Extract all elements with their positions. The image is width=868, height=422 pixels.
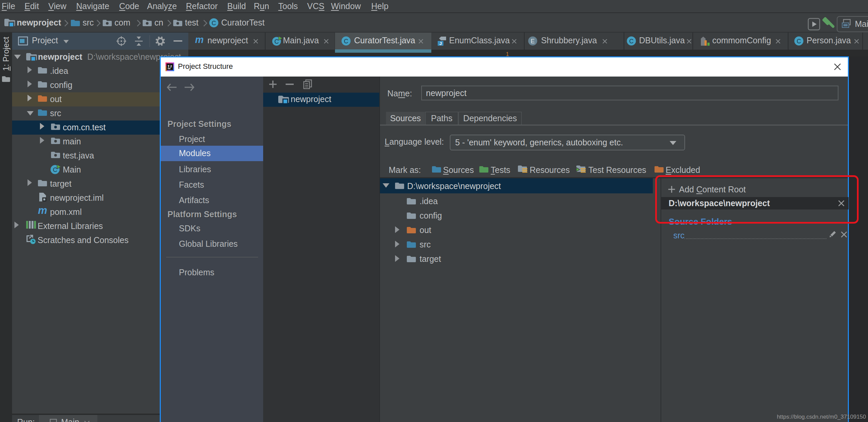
svg-text:C: C	[212, 20, 216, 27]
svg-text:IJ: IJ	[167, 64, 172, 68]
svg-text:C: C	[629, 38, 634, 44]
svg-text:C: C	[53, 167, 57, 173]
svg-text:C: C	[275, 38, 279, 45]
svg-text:C: C	[797, 38, 801, 44]
svg-text:E: E	[531, 38, 535, 44]
svg-text:C: C	[344, 38, 348, 44]
svg-text:J: J	[439, 41, 442, 46]
